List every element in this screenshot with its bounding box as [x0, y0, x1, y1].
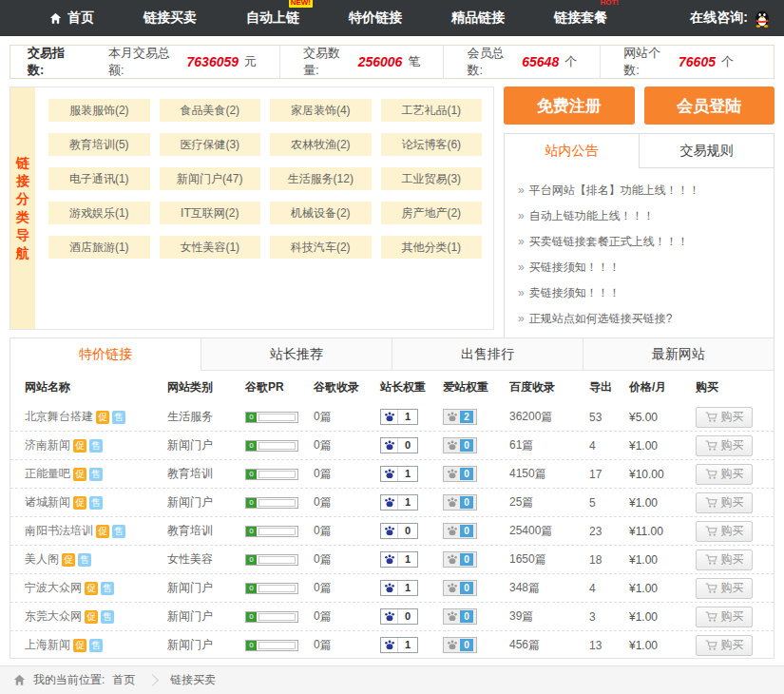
category-button[interactable]: 教育培训(5)	[48, 133, 150, 156]
webmaster-weight-badge: 1	[380, 580, 418, 596]
notice-tab-active[interactable]: 站内公告	[505, 134, 639, 168]
category-button[interactable]: 工业贸易(3)	[381, 167, 483, 190]
sale-badge[interactable]: 售	[101, 582, 114, 595]
baidu-index: 1650篇	[509, 551, 589, 568]
category-button[interactable]: 酒店旅游(1)	[48, 236, 150, 259]
notice-item[interactable]: »平台网站【排名】功能上线！！！	[518, 178, 760, 203]
promo-badge[interactable]: 促	[96, 525, 109, 538]
webmaster-weight-badge: 0	[380, 437, 418, 453]
category-button[interactable]: 电子通讯(1)	[48, 167, 150, 190]
google-index: 0篇	[314, 523, 380, 539]
nav-item-6[interactable]: 链接套餐HOT!	[554, 10, 607, 27]
buy-button[interactable]: 购买	[696, 578, 753, 599]
buy-button[interactable]: 购买	[696, 607, 753, 627]
buy-button[interactable]: 购买	[696, 549, 753, 570]
login-button[interactable]: 会员登陆	[644, 87, 775, 125]
qq-penguin-icon[interactable]	[754, 9, 771, 28]
sale-badge[interactable]: 售	[112, 525, 125, 538]
buy-button[interactable]: 购买	[696, 492, 753, 513]
table-tab[interactable]: 特价链接	[10, 338, 201, 371]
aizhan-weight-badge: 0	[443, 580, 477, 596]
category-button[interactable]: 游戏娱乐(1)	[48, 202, 150, 224]
category-button[interactable]: 新闻门户(47)	[160, 167, 261, 190]
table-header-row: 网站名称网站类别谷歌PR谷歌收录站长权重爱站权重百度收录导出价格/月购买	[10, 371, 774, 403]
site-name-link[interactable]: 美人阁	[25, 551, 59, 568]
breadcrumb-home[interactable]: 首页	[112, 672, 135, 688]
table-tab[interactable]: 出售排行	[392, 338, 583, 371]
nav-item-3[interactable]: 自动上链NEW!	[246, 10, 299, 27]
promo-badge[interactable]: 促	[73, 496, 86, 510]
category-button[interactable]: 其他分类(1)	[381, 236, 483, 259]
sale-badge[interactable]: 售	[89, 639, 103, 652]
table-body: 北京舞台搭建促售生活服务00篇1236200篇53¥5.00购买济南新闻促售新闻…	[10, 403, 774, 659]
category-button[interactable]: 工艺礼品(1)	[381, 99, 483, 122]
buy-button[interactable]: 购买	[696, 435, 753, 456]
notice-item[interactable]: »卖链接须知！！！	[518, 280, 760, 306]
category-button[interactable]: 机械设备(2)	[270, 202, 372, 224]
category-button[interactable]: 农林牧渔(2)	[270, 133, 372, 156]
promo-badge[interactable]: 促	[96, 411, 109, 424]
category-button[interactable]: 生活服务(12)	[270, 167, 372, 190]
site-name-link[interactable]: 南阳书法培训	[25, 523, 93, 539]
buy-button[interactable]: 购买	[696, 464, 753, 485]
category-button[interactable]: 论坛博客(6)	[381, 133, 483, 156]
table-tab[interactable]: 站长推荐	[201, 338, 392, 371]
stats-bar: 交易指数: 本月交易总额:7636059元交易数量:256006笔会员总数:65…	[10, 45, 774, 79]
table-row: 诸城新闻促售新闻门户00篇1025篇5¥1.00购买	[10, 489, 774, 517]
category-button[interactable]: 房产地产(2)	[381, 202, 483, 224]
promo-badge[interactable]: 促	[85, 582, 98, 595]
category-button[interactable]: 家居装饰(4)	[270, 99, 372, 122]
site-name-link[interactable]: 上海新闻	[25, 637, 70, 653]
cart-icon	[705, 440, 717, 452]
nav-item-2[interactable]: 链接买卖	[143, 10, 197, 27]
site-name-link[interactable]: 北京舞台搭建	[25, 409, 93, 425]
sale-badge[interactable]: 售	[89, 439, 103, 453]
sale-badge[interactable]: 售	[78, 553, 91, 567]
hot-badge: HOT!	[598, 0, 621, 8]
site-name-link[interactable]: 东莞大众网	[25, 608, 82, 625]
nav-item-label: 自动上链	[246, 10, 299, 27]
site-name-link[interactable]: 宁波大众网	[25, 580, 82, 596]
aizhan-weight-value: 0	[460, 639, 473, 651]
category-button[interactable]: 女性美容(1)	[160, 236, 261, 259]
category-button[interactable]: 医疗保健(3)	[160, 133, 261, 156]
notice-item[interactable]: »买卖链链接套餐正式上线！！！	[518, 229, 760, 255]
column-header: 导出	[589, 379, 629, 395]
notice-tab[interactable]: 交易规则	[639, 134, 774, 168]
sale-badge[interactable]: 售	[112, 411, 125, 424]
promo-badge[interactable]: 促	[73, 639, 86, 652]
paw-icon	[445, 469, 458, 479]
notice-item[interactable]: »正规站点如何选链接买链接?	[518, 306, 760, 332]
breadcrumb-current[interactable]: 链接买卖	[170, 672, 216, 688]
nav-item-4[interactable]: 特价链接	[349, 10, 402, 27]
notice-item[interactable]: »买链接须知！！！	[518, 255, 760, 280]
pr-track	[258, 642, 296, 649]
outlink-count: 53	[589, 411, 629, 424]
cart-icon	[705, 526, 717, 537]
category-button[interactable]: 服装服饰(2)	[48, 99, 150, 122]
sale-badge[interactable]: 售	[101, 610, 114, 624]
category-button[interactable]: 食品美食(2)	[160, 99, 261, 122]
nav-item-1[interactable]: 首页	[49, 10, 94, 27]
promo-badge[interactable]: 促	[73, 439, 86, 453]
site-name-link[interactable]: 诸城新闻	[25, 494, 70, 511]
sale-badge[interactable]: 售	[89, 468, 103, 481]
site-name-link[interactable]: 正能量吧	[25, 466, 70, 482]
table-tab[interactable]: 最新网站	[583, 338, 774, 371]
buy-button[interactable]: 购买	[696, 635, 753, 656]
nav-item-5[interactable]: 精品链接	[451, 10, 505, 27]
google-index: 0篇	[314, 494, 380, 511]
category-button[interactable]: 科技汽车(2)	[270, 236, 372, 259]
site-name-link[interactable]: 济南新闻	[25, 437, 70, 453]
category-button[interactable]: IT互联网(2)	[160, 202, 261, 224]
promo-badge[interactable]: 促	[73, 468, 86, 481]
buy-button[interactable]: 购买	[696, 521, 753, 542]
promo-badge[interactable]: 促	[85, 610, 98, 624]
promo-badge[interactable]: 促	[62, 553, 75, 567]
notice-item[interactable]: »自动上链功能上线！！！	[518, 203, 760, 229]
site-category: 教育培训	[167, 466, 245, 482]
buy-button[interactable]: 购买	[696, 407, 753, 428]
online-consult[interactable]: 在线咨询:	[690, 9, 771, 28]
register-button[interactable]: 免费注册	[504, 87, 635, 125]
sale-badge[interactable]: 售	[89, 496, 103, 510]
